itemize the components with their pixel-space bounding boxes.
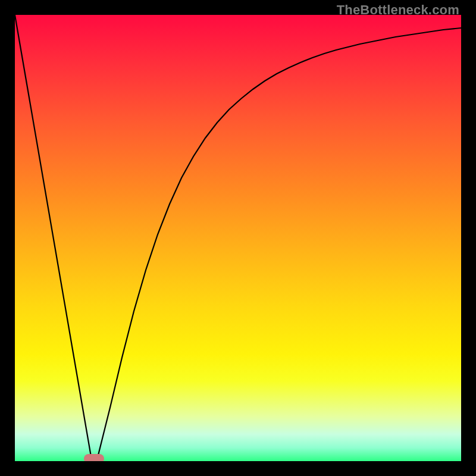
bottleneck-curve bbox=[15, 15, 461, 461]
curve-path bbox=[15, 15, 461, 460]
chart-frame: TheBottleneck.com bbox=[0, 0, 476, 476]
plot-area bbox=[15, 15, 461, 461]
optimal-marker bbox=[84, 454, 104, 461]
